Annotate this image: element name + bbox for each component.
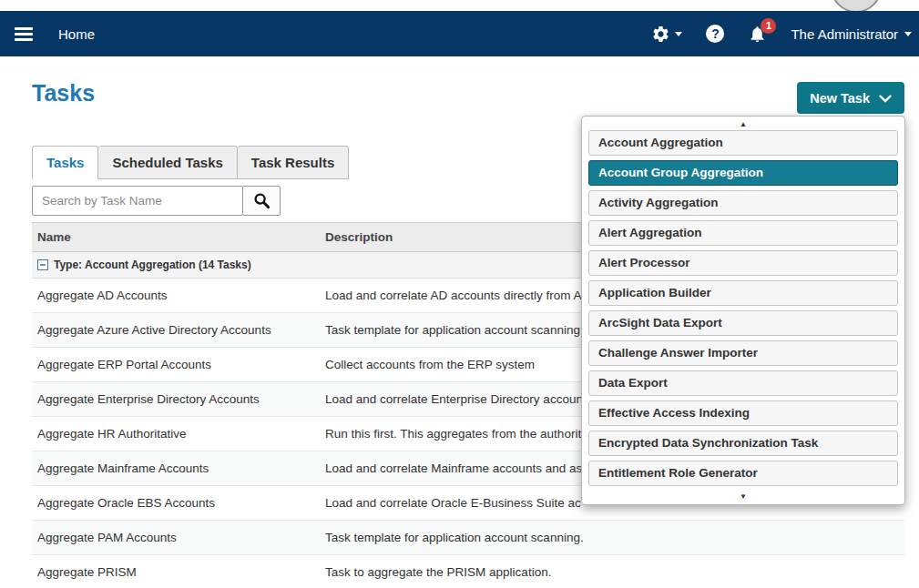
task-name[interactable]: Aggregate Oracle EBS Accounts xyxy=(32,496,325,510)
task-description: Task to aggregate the PRISM application. xyxy=(325,565,904,579)
search-input[interactable] xyxy=(32,186,243,216)
dropdown-item[interactable]: Activity Aggregation xyxy=(588,190,898,216)
dropdown-item[interactable]: Account Aggregation xyxy=(588,130,898,156)
gear-icon xyxy=(651,25,670,44)
search-row xyxy=(32,186,281,216)
task-name[interactable]: Aggregate PAM Accounts xyxy=(32,531,325,544)
collapse-icon[interactable] xyxy=(37,259,48,270)
column-header-name[interactable]: Name xyxy=(32,230,325,244)
task-name[interactable]: Aggregate ERP Portal Accounts xyxy=(32,358,325,371)
dropdown-item[interactable]: Alert Aggregation xyxy=(588,220,898,246)
dropdown-item[interactable]: Application Builder xyxy=(588,280,898,306)
topbar-right: ? 1 The Administrator xyxy=(651,25,912,44)
task-name[interactable]: Aggregate Mainframe Accounts xyxy=(32,461,325,475)
tab-scheduled-tasks[interactable]: Scheduled Tasks xyxy=(98,146,237,179)
chevron-down-icon xyxy=(904,32,912,36)
chevron-down-icon xyxy=(879,94,892,103)
tab-task-results[interactable]: Task Results xyxy=(238,146,349,179)
dropdown-item[interactable]: Entitlement Role Generator xyxy=(588,461,898,486)
topbar: Home ? 1 The Administrator xyxy=(0,11,919,56)
group-header-label: Type: Account Aggregation (14 Tasks) xyxy=(54,259,251,271)
settings-menu[interactable] xyxy=(651,25,682,44)
dropdown-item-selected[interactable]: Account Group Aggregation xyxy=(588,160,898,186)
scroll-up-icon[interactable]: ▲ xyxy=(582,118,904,130)
nav-home[interactable]: Home xyxy=(58,26,95,42)
dropdown-item[interactable]: Effective Access Indexing xyxy=(588,400,898,426)
search-button[interactable] xyxy=(242,186,281,216)
tab-tasks[interactable]: Tasks xyxy=(32,146,98,179)
dropdown-item[interactable]: Challenge Answer Importer xyxy=(588,340,898,366)
dropdown-item[interactable]: Data Export xyxy=(588,370,898,396)
new-task-label: New Task xyxy=(810,91,870,106)
table-row[interactable]: Aggregate PAM Accounts Task template for… xyxy=(32,521,904,555)
tab-bar: Tasks Scheduled Tasks Task Results xyxy=(32,146,349,179)
task-name[interactable]: Aggregate HR Authoritative xyxy=(32,427,325,441)
help-icon[interactable]: ? xyxy=(706,25,724,43)
notifications-button[interactable]: 1 xyxy=(748,25,767,44)
task-name[interactable]: Aggregate AD Accounts xyxy=(32,289,325,302)
search-icon xyxy=(253,192,271,209)
task-name[interactable]: Aggregate Azure Active Directory Account… xyxy=(32,323,325,337)
dropdown-item[interactable]: Alert Processor xyxy=(588,250,898,276)
page-title: Tasks xyxy=(32,80,95,106)
user-name: The Administrator xyxy=(791,26,898,42)
dropdown-item[interactable]: Encrypted Data Synchronization Task xyxy=(588,431,898,456)
dropdown-item[interactable]: ArcSight Data Export xyxy=(588,310,898,336)
new-task-dropdown: ▲ Account Aggregation Account Group Aggr… xyxy=(581,116,905,505)
new-task-button[interactable]: New Task xyxy=(797,82,904,114)
task-description: Task template for application account sc… xyxy=(325,531,904,544)
task-name[interactable]: Aggregate PRISM xyxy=(32,565,325,579)
app-screen: Home ? 1 The Administrator Tasks xyxy=(0,0,919,588)
table-row[interactable]: Aggregate PRISM Task to aggregate the PR… xyxy=(32,555,904,588)
notification-badge: 1 xyxy=(761,18,776,34)
task-name[interactable]: Aggregate Enterprise Directory Accounts xyxy=(32,392,325,406)
chevron-down-icon xyxy=(675,32,682,36)
scroll-down-icon[interactable]: ▼ xyxy=(582,491,904,502)
user-menu[interactable]: The Administrator xyxy=(791,26,912,42)
menu-icon[interactable] xyxy=(15,27,33,41)
